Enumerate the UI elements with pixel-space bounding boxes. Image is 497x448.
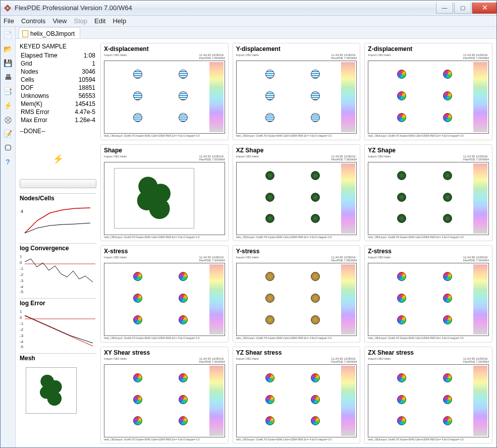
plot-canvas: [368, 364, 489, 437]
mesh-thumbnail: [20, 363, 95, 418]
menu-edit[interactable]: Edit: [94, 17, 105, 25]
plot-canvas: [104, 364, 225, 437]
edit-button[interactable]: 📝: [3, 129, 13, 139]
menu-file[interactable]: File: [4, 17, 14, 25]
plot-panel[interactable]: Z-stressImport OBJ Helix11:24:35 12/30/1…: [364, 245, 492, 343]
plot-title: YZ Shear stress: [236, 349, 357, 356]
log-convergence-plot: 10-1 -2-3-4-5: [20, 253, 95, 293]
close-button[interactable]: ✕: [472, 3, 496, 14]
plot-meta: Import OBJ Helix11:24:35 12/30/16FlexPDE…: [236, 155, 357, 161]
close-icon: ✕: [481, 4, 487, 12]
log-error-plot: 10-1 -2-3-4-5: [20, 308, 95, 348]
stat-value: 1.26e-4: [69, 117, 95, 124]
minichart-nodes-cells[interactable]: Nodes/Cells 4: [20, 193, 96, 238]
svg-text:-4: -4: [20, 340, 24, 344]
svg-text:-5: -5: [20, 290, 24, 293]
plot-meta: Import OBJ Helix11:24:35 12/30/16FlexPDE…: [104, 256, 225, 262]
svg-text:-2: -2: [20, 327, 24, 332]
tab-label: helix_OBJimport: [30, 30, 75, 37]
stat-value: 3046: [69, 68, 95, 75]
left-toolbar: 📄 📂 💾 🖶 📑 ⚡ ⨂ 📝 🖵 ?: [1, 27, 16, 447]
plot-meta: Import OBJ Helix11:24:35 12/30/16FlexPDE…: [236, 357, 357, 363]
view-button[interactable]: 🖵: [3, 143, 13, 153]
plot-meta: Import OBJ Helix11:24:35 12/30/16FlexPDE…: [236, 53, 357, 60]
run-button[interactable]: ⚡: [3, 100, 13, 110]
plot-panel[interactable]: XZ ShapeImport OBJ Helix11:24:35 12/30/1…: [233, 144, 361, 242]
color-legend: [341, 366, 355, 436]
menu-view[interactable]: View: [52, 17, 67, 25]
menu-controls[interactable]: Controls: [21, 17, 45, 25]
plot-canvas: [236, 61, 357, 134]
save-button[interactable]: 💾: [3, 58, 13, 68]
tab-document[interactable]: helix_OBJimport: [19, 27, 80, 38]
stat-value: 4.47e-5: [69, 108, 95, 116]
open-button[interactable]: 📂: [3, 44, 13, 54]
minimize-icon: —: [442, 5, 448, 11]
minichart-title: log Error: [20, 300, 96, 307]
stats-row: Max Error1.26e-4: [21, 117, 95, 124]
printer-icon: 🖶: [5, 73, 12, 81]
minichart-title: log Convergence: [20, 245, 96, 252]
status-column: KEYED SAMPLE Elapsed Time1:08Grid1Nodes3…: [20, 43, 96, 443]
color-legend: [209, 366, 224, 436]
help-button[interactable]: ?: [3, 157, 13, 167]
stats-row: Elapsed Time1:08: [21, 52, 95, 59]
stats-row: DOF18851: [21, 84, 95, 91]
minichart-log-error[interactable]: log Error 10-1 -2-3-4-5: [20, 298, 96, 348]
menubar: File Controls View Stop Edit Help: [1, 16, 496, 27]
color-legend: [209, 264, 224, 334]
plot-panel[interactable]: X-stressImport OBJ Helix11:24:35 12/30/1…: [100, 245, 229, 343]
plot-title: YZ Shape: [368, 147, 489, 154]
plot-panel[interactable]: X-displacementImport OBJ Helix11:24:35 1…: [100, 43, 229, 140]
stats-block: KEYED SAMPLE Elapsed Time1:08Grid1Nodes3…: [20, 43, 96, 135]
plot-panel[interactable]: YZ Shear stressImport OBJ Helix11:24:35 …: [233, 347, 361, 444]
plot-panel[interactable]: XY Shear stressImport OBJ Helix11:24:35 …: [100, 347, 229, 444]
main-panel: KEYED SAMPLE Elapsed Time1:08Grid1Nodes3…: [16, 39, 496, 447]
stat-key: Max Error: [21, 117, 68, 124]
minichart-title: Mesh: [20, 355, 96, 362]
progress-bar: [20, 179, 96, 188]
menu-help[interactable]: Help: [113, 17, 126, 25]
minimize-button[interactable]: —: [436, 3, 453, 14]
print-button[interactable]: 🖶: [3, 72, 13, 82]
stat-key: Elapsed Time: [21, 52, 68, 59]
plot-panel[interactable]: ZX Shear stressImport OBJ Helix11:24:35 …: [364, 347, 492, 444]
plot-canvas: [368, 162, 489, 235]
plot-panel[interactable]: ShapeImport OBJ Helix11:24:35 12/30/16Fl…: [100, 144, 229, 242]
plot-panel[interactable]: Y-stressImport OBJ Helix11:24:35 12/30/1…: [233, 245, 361, 343]
lightning-icon: ⚡: [52, 153, 64, 164]
plot-meta: Import OBJ Helix11:24:35 12/30/16FlexPDE…: [368, 155, 489, 161]
plot-canvas: [368, 263, 489, 336]
help-icon: ?: [6, 158, 10, 166]
stats-row: Grid1: [21, 60, 95, 67]
maximize-button[interactable]: ▢: [454, 3, 471, 14]
plot-title: Shape: [104, 147, 225, 154]
svg-text:-1: -1: [20, 321, 24, 326]
minichart-log-convergence[interactable]: log Convergence 10-1 -2-3-4-5: [20, 243, 96, 293]
helix-3d: [114, 168, 194, 229]
stop-button[interactable]: ⨂: [3, 115, 13, 125]
new-file-icon: 📄: [4, 31, 12, 39]
plot-canvas: [236, 263, 357, 336]
new-button[interactable]: 📄: [3, 30, 13, 40]
nodes-cells-plot: 4: [20, 203, 95, 238]
color-legend: [341, 62, 355, 132]
plot-footer: helix_OBJimport: Grid#1 P2 Nodes=3046 Ce…: [368, 135, 489, 138]
plot-canvas: [236, 364, 357, 437]
plot-meta: Import OBJ Helix11:24:35 12/30/16FlexPDE…: [104, 357, 225, 363]
stat-value: 1:08: [69, 52, 95, 59]
plot-panel[interactable]: YZ ShapeImport OBJ Helix11:24:35 12/30/1…: [364, 144, 492, 242]
minichart-mesh[interactable]: Mesh: [20, 353, 96, 418]
plot-footer: helix_OBJimport: Grid#1 P2 Nodes=3046 Ce…: [236, 135, 357, 138]
window-buttons: — ▢ ✕: [435, 3, 496, 14]
copy-button[interactable]: 📑: [3, 86, 13, 96]
plot-footer: helix_OBJimport: Grid#1 P2 Nodes=3046 Ce…: [368, 236, 489, 239]
edit-icon: 📝: [4, 130, 12, 138]
plot-panel[interactable]: Y-displacementImport OBJ Helix11:24:35 1…: [233, 43, 361, 140]
app-window: FlexPDE Professional Version 7.00/W64 — …: [0, 0, 497, 448]
plot-panel[interactable]: Z-displacementImport OBJ Helix11:24:35 1…: [364, 43, 492, 140]
plot-footer: helix_OBJimport: Grid#1 P2 Nodes=3046 Ce…: [236, 438, 357, 441]
stats-row: RMS Error4.47e-5: [21, 108, 95, 116]
stats-header: KEYED SAMPLE: [20, 43, 96, 50]
svg-text:-4: -4: [20, 285, 24, 289]
